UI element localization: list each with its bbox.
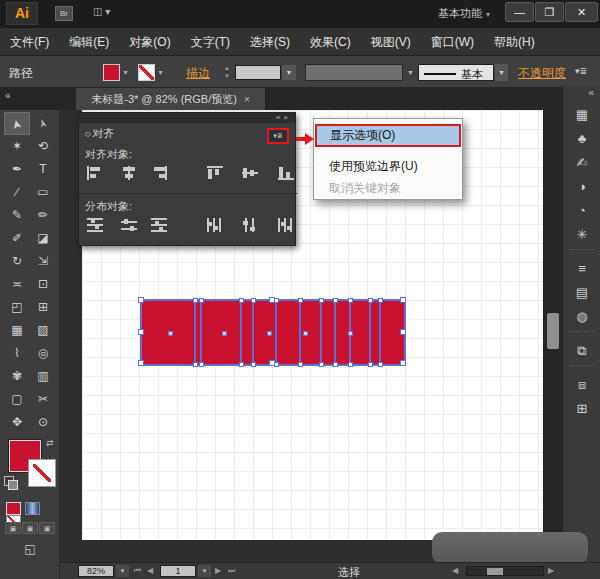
opacity-link[interactable]: 不透明度 (518, 65, 566, 82)
brushes-panel-icon[interactable]: ✍ (563, 151, 600, 175)
selection-tool[interactable]: ➤ (4, 112, 30, 135)
free-transform-tool[interactable]: ⊡ (30, 273, 56, 296)
perspective-grid-tool[interactable]: ⊞ (30, 296, 56, 319)
shape-center-point[interactable] (168, 331, 173, 336)
menu-item-显示选项[interactable]: 显示选项(O) (315, 124, 461, 147)
color-mode-button[interactable] (6, 502, 21, 515)
stroke-color-box[interactable] (29, 460, 55, 486)
menu-视图[interactable]: 视图(V) (361, 28, 421, 56)
selection-handle[interactable] (298, 298, 303, 303)
gradient-mode-button[interactable] (25, 502, 40, 515)
menu-窗口[interactable]: 窗口(W) (421, 28, 484, 56)
selection-handle[interactable] (400, 329, 406, 335)
symbols-panel-icon[interactable]: ♣ (563, 127, 600, 151)
rotate-tool[interactable]: ↻ (4, 250, 30, 273)
menu-item-使用预览边界[interactable]: 使用预览边界(U) (316, 156, 460, 177)
selection-handle[interactable] (368, 298, 373, 303)
swap-fill-stroke-icon[interactable]: ⇄ (46, 438, 54, 448)
selection-handle[interactable] (378, 362, 383, 367)
align-panel-tab[interactable]: ≎对齐 (84, 126, 115, 141)
bridge-icon[interactable]: Br (55, 6, 73, 21)
vertical-scrollbar-thumb[interactable] (547, 313, 559, 349)
panel-header-buttons[interactable]: «× (276, 113, 291, 122)
menu-效果[interactable]: 效果(C) (300, 28, 361, 56)
magic-wand-tool[interactable]: ✶ (4, 135, 30, 158)
previous-artboard-icon[interactable]: ◀ (147, 566, 153, 575)
hand-tool[interactable]: ✥ (4, 411, 30, 434)
last-artboard-icon[interactable]: ⏭ (228, 566, 235, 576)
appearance-panel-icon[interactable]: ◍ (563, 305, 600, 329)
stroke-panel-panel-icon[interactable]: ≡ (563, 257, 600, 281)
caret-down-icon[interactable]: ▼ (122, 69, 129, 76)
pathfinder-panel-icon[interactable]: ⧉ (563, 339, 600, 363)
shape-builder-tool[interactable]: ◰ (4, 296, 30, 319)
variable-width-profile-dropdown[interactable]: 基本 (418, 64, 494, 81)
caret-down-icon[interactable]: ▼ (404, 64, 417, 81)
selection-handle[interactable] (368, 362, 373, 367)
menu-帮助[interactable]: 帮助(H) (484, 28, 545, 56)
scroll-left-icon[interactable]: ◀ (452, 566, 458, 575)
caret-down-icon[interactable]: ▼ (198, 565, 211, 577)
column-graph-tool[interactable]: ▥ (30, 365, 56, 388)
selection-handle[interactable] (348, 298, 353, 303)
kuler-panel-icon[interactable]: ✳ (563, 223, 600, 247)
selection-handle[interactable] (239, 362, 244, 367)
caret-down-icon[interactable]: ▼ (116, 565, 129, 577)
scroll-right-icon[interactable]: ▶ (548, 566, 554, 575)
selection-handle[interactable] (199, 362, 204, 367)
line-segment-tool[interactable]: ∕ (4, 181, 30, 204)
menu-编辑[interactable]: 编辑(E) (59, 28, 119, 56)
menu-对象[interactable]: 对象(O) (119, 28, 180, 56)
shape-center-point[interactable] (348, 331, 353, 336)
pencil-tool[interactable]: ✏ (30, 204, 56, 227)
horizontal-distribute-left-button[interactable] (203, 215, 227, 235)
menu-文件[interactable]: 文件(F) (0, 28, 59, 56)
stroke-color-swatch[interactable] (138, 64, 155, 81)
selection-handle[interactable] (333, 298, 338, 303)
arrange-documents-icon[interactable]: ◫ ▾ (93, 6, 123, 21)
gradient-panel-panel-icon[interactable]: ◔ (563, 199, 600, 223)
horizontal-align-left-button[interactable] (83, 163, 107, 183)
vertical-distribute-center-button[interactable] (117, 215, 141, 235)
gradient-slider-panel-icon[interactable]: ▤ (563, 281, 600, 305)
symbol-sprayer-tool[interactable]: ✾ (4, 365, 30, 388)
caret-down-icon[interactable]: ▼ (157, 69, 164, 76)
color-panel-icon[interactable]: ◑ (563, 175, 600, 199)
selection-handle[interactable] (269, 360, 275, 366)
maximize-button[interactable]: ❐ (535, 2, 564, 22)
zoom-tool[interactable]: ⊙ (30, 411, 56, 434)
selection-handle[interactable] (138, 329, 144, 335)
control-panel-menu-icon[interactable]: ▾≣ (575, 66, 587, 76)
dock-expand-icon[interactable]: « (588, 87, 594, 98)
caret-down-icon[interactable]: ▼ (495, 64, 508, 81)
slice-tool[interactable]: ✂ (30, 388, 56, 411)
shape-center-point[interactable] (303, 331, 308, 336)
fill-color-swatch[interactable] (103, 64, 120, 81)
horizontal-distribute-right-button[interactable] (274, 215, 298, 235)
selected-shapes[interactable] (140, 299, 406, 366)
selection-handle[interactable] (251, 298, 256, 303)
selection-handle[interactable] (193, 298, 198, 303)
selection-handle[interactable] (319, 362, 324, 367)
selection-handle[interactable] (400, 297, 406, 303)
direct-selection-tool[interactable]: ➢ (30, 112, 56, 135)
layers-panel-icon[interactable]: ⧈ (563, 373, 600, 397)
menu-文字[interactable]: 文字(T) (181, 28, 240, 56)
draw-behind-button[interactable]: ▣ (22, 522, 38, 534)
first-artboard-icon[interactable]: ⏮ (134, 566, 141, 576)
artboard-number-field[interactable]: 1 (160, 565, 196, 577)
horizontal-align-center-button[interactable] (117, 163, 141, 183)
blend-tool[interactable]: ◎ (30, 342, 56, 365)
swatches-panel-icon[interactable]: ▦ (563, 103, 600, 127)
document-tab[interactable]: 未标题-3* @ 82% (RGB/预览)× (76, 88, 266, 110)
shape-center-point[interactable] (267, 331, 272, 336)
default-fill-stroke-icon[interactable] (4, 476, 14, 486)
mesh-tool[interactable]: ▦ (4, 319, 30, 342)
draw-normal-button[interactable]: ▣ (5, 522, 21, 534)
draw-inside-button[interactable]: ▣ (39, 522, 55, 534)
selection-handle[interactable] (199, 298, 204, 303)
zoom-level-field[interactable]: 82% (78, 565, 114, 577)
brush-definition-dropdown[interactable] (305, 64, 403, 81)
selection-handle[interactable] (348, 362, 353, 367)
selection-handle[interactable] (138, 360, 144, 366)
